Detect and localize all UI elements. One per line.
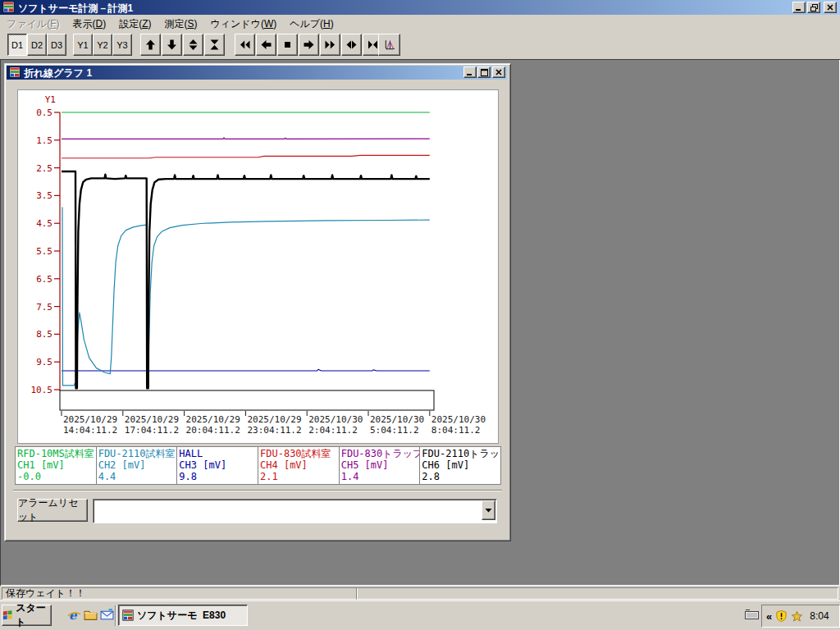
series-CH4 (62, 155, 430, 158)
svg-text:2025/10/29: 2025/10/29 (186, 414, 240, 425)
axis-button-Y2[interactable]: Y2 (93, 34, 112, 56)
graph-maximize-button[interactable] (477, 66, 491, 78)
mail-icon[interactable] (100, 609, 114, 621)
axis-button-Y3[interactable]: Y3 (112, 34, 132, 56)
graph-window-title-bar[interactable]: 折れ線グラフ 1 (7, 66, 507, 80)
legend-cell-CH2: FDU-2110試料室CH2 [mV]4.4 (96, 447, 177, 484)
compress-vertical-button[interactable] (204, 34, 225, 56)
app-icon (2, 1, 15, 13)
close-button[interactable] (824, 2, 837, 13)
restore-button[interactable] (807, 2, 820, 13)
ie-icon[interactable]: e (67, 608, 81, 622)
svg-text:2025/10/30: 2025/10/30 (431, 414, 486, 425)
line-chart: 0.51.52.53.54.55.56.57.58.59.510.5Y12025… (18, 90, 498, 443)
axis-button-Y1[interactable]: Y1 (73, 34, 93, 56)
rewind-button[interactable] (235, 34, 255, 56)
channel-id: CH1 [mV] (17, 459, 96, 471)
scroll-up-button[interactable] (140, 34, 161, 56)
graph-window-icon (9, 66, 21, 78)
star-icon[interactable] (791, 610, 803, 623)
svg-text:7.5: 7.5 (36, 302, 52, 313)
expand-horizontal-button[interactable] (341, 34, 362, 56)
series-CH5 (62, 138, 430, 139)
channel-name: HALL (179, 448, 258, 459)
channel-value: 1.4 (341, 471, 420, 482)
folder-icon[interactable] (84, 609, 98, 621)
main-window-title: ソフトサーモ計測－計測1 (18, 2, 133, 16)
channel-name: RFD-10MS試料室 (17, 448, 96, 459)
step-left-icon (260, 39, 272, 51)
dataset-button-D3[interactable]: D3 (47, 34, 66, 56)
scroll-down-button[interactable] (162, 34, 182, 56)
scroll-up-icon (144, 39, 157, 51)
channel-legend: RFD-10MS試料室CH1 [mV]-0.0FDU-2110試料室CH2 [m… (15, 446, 501, 485)
graph-window: 折れ線グラフ 1 0.51.52.53.54.55.56.57.58.59.51… (4, 63, 511, 541)
status-message-panel: 保存ウェイト！！ (2, 587, 358, 600)
combo-dropdown-button[interactable] (482, 500, 495, 520)
start-label: スタート (16, 601, 51, 629)
channel-value: 4.4 (98, 471, 177, 482)
alarm-combo-value[interactable] (95, 501, 476, 521)
channel-id: CH3 [mV] (179, 459, 258, 471)
channel-name: FDU-830トラップ (341, 448, 420, 459)
start-button[interactable]: スタート (2, 605, 52, 626)
svg-text:2025/10/29: 2025/10/29 (125, 414, 179, 425)
fast-forward-button[interactable] (320, 34, 340, 56)
channel-name: FDU-2110試料室 (98, 448, 177, 459)
desktop: { "window": { "title": "ソフトサーモ計測－計測1" },… (0, 0, 840, 630)
menu-bar: ファイル(F)表示(D)設定(Z)測定(S)ウィンドウ(W)ヘルプ(H) (0, 15, 840, 30)
svg-text:2025/10/30: 2025/10/30 (370, 414, 424, 425)
graph-minimize-button[interactable] (463, 66, 477, 78)
svg-text:23:04:11.2: 23:04:11.2 (247, 425, 301, 436)
dataset-button-D2[interactable]: D2 (27, 34, 47, 56)
graph-close-button[interactable] (492, 66, 505, 78)
svg-text:2025/10/29: 2025/10/29 (63, 414, 117, 425)
status-bar: 保存ウェイト！！ (0, 586, 840, 600)
security-shield-icon[interactable] (775, 609, 788, 623)
minimize-button[interactable] (792, 2, 806, 13)
alarm-combobox[interactable] (93, 499, 497, 523)
svg-text:2.5: 2.5 (36, 163, 52, 174)
tray-overflow-chevron[interactable]: « (766, 610, 772, 623)
rewind-icon (239, 39, 251, 51)
separator (13, 490, 502, 491)
channel-value: 2.1 (260, 471, 339, 482)
svg-text:2025/10/29: 2025/10/29 (247, 414, 301, 425)
compress-vertical-icon (208, 39, 221, 51)
step-right-icon (303, 39, 315, 51)
expand-vertical-icon (187, 39, 199, 51)
alarm-reset-button[interactable]: アラームリセット (17, 499, 88, 522)
channel-value: -0.0 (17, 471, 96, 482)
keyboard-icon[interactable] (745, 609, 759, 620)
main-title-bar[interactable]: ソフトサーモ計測－計測1 (0, 0, 840, 15)
taskbar: スタート e ソフトサーモ E830 (0, 600, 840, 630)
tray-clock[interactable]: 8:04 (810, 610, 829, 622)
taskbar-divider (115, 605, 116, 626)
stop-icon (281, 39, 294, 51)
fast-forward-icon (324, 39, 336, 51)
svg-text:17:04:11.2: 17:04:11.2 (125, 425, 179, 436)
channel-value: 2.8 (422, 471, 500, 482)
channel-id: CH2 [mV] (98, 459, 177, 471)
chevron-down-icon (485, 508, 492, 513)
svg-text:1.5: 1.5 (36, 135, 52, 146)
step-right-button[interactable] (299, 34, 319, 56)
legend-cell-CH5: FDU-830トラップCH5 [mV]1.4 (339, 447, 420, 484)
graph-settings-button[interactable] (378, 34, 400, 56)
svg-text:5.5: 5.5 (36, 246, 52, 257)
series-CH6 (62, 171, 430, 388)
task-button-softthermo[interactable]: ソフトサーモ E830 (118, 605, 248, 626)
channel-id: CH6 [mV] (422, 459, 500, 471)
task-button-label: ソフトサーモ E830 (137, 609, 226, 623)
expand-vertical-button[interactable] (183, 34, 203, 56)
svg-text:0.5: 0.5 (36, 107, 52, 118)
svg-text:4.5: 4.5 (36, 218, 52, 229)
svg-text:3.5: 3.5 (36, 190, 52, 201)
dataset-button-D1[interactable]: D1 (7, 34, 27, 56)
stop-button[interactable] (277, 34, 298, 56)
channel-value: 9.8 (179, 471, 258, 482)
svg-text:e: e (69, 608, 78, 622)
channel-id: CH5 [mV] (341, 459, 420, 471)
svg-text:8.5: 8.5 (36, 329, 52, 340)
step-left-button[interactable] (256, 34, 276, 56)
